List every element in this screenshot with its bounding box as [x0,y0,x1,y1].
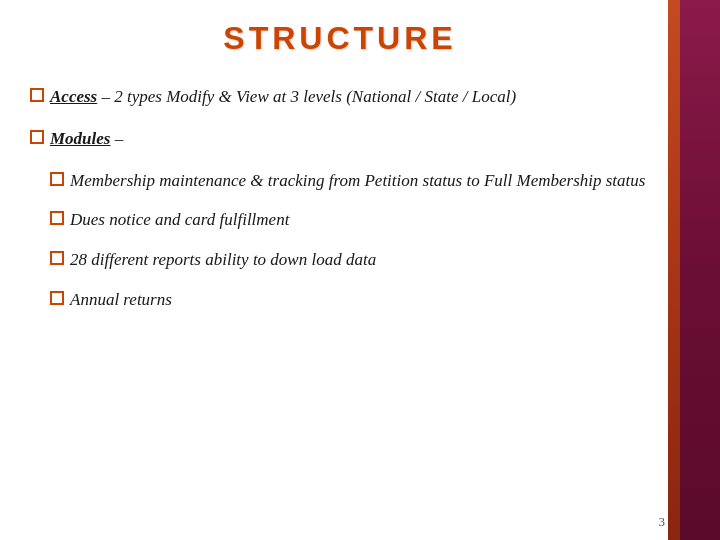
bullet-access-label: Access [50,87,97,106]
bullet-access-body: – 2 types Modify & View at 3 levels (Nat… [97,87,516,106]
bullet-modules-label: Modules [50,129,110,148]
bullet-access: Access – 2 types Modify & View at 3 leve… [30,85,650,109]
bullet-square-access [30,88,44,102]
sub-bullet-reports-text: 28 different reports ability to down loa… [70,248,376,272]
right-border [680,0,720,540]
sub-bullet-annual-text: Annual returns [70,288,172,312]
slide-title: STRUCTURE [30,20,650,57]
sub-bullet-membership: Membership maintenance & tracking from P… [50,169,650,193]
bullet-modules-body: – [110,129,123,148]
right-border-inner [668,0,680,540]
sub-bullet-annual: Annual returns [50,288,650,312]
bullet-square-modules [30,130,44,144]
slide-content: STRUCTURE Access – 2 types Modify & View… [0,0,720,540]
sub-bullet-square-dues [50,211,64,225]
page-number: 3 [659,514,666,530]
sub-bullet-square-reports [50,251,64,265]
sub-bullet-dues: Dues notice and card fulfillment [50,208,650,232]
bullet-access-text: Access – 2 types Modify & View at 3 leve… [50,85,516,109]
bullet-modules: Modules – [30,127,650,151]
sub-bullet-square-membership [50,172,64,186]
sub-bullet-dues-text: Dues notice and card fulfillment [70,208,289,232]
sub-bullet-square-annual [50,291,64,305]
sub-bullet-reports: 28 different reports ability to down loa… [50,248,650,272]
sub-bullet-membership-text: Membership maintenance & tracking from P… [70,169,645,193]
bullet-modules-text: Modules – [50,127,123,151]
